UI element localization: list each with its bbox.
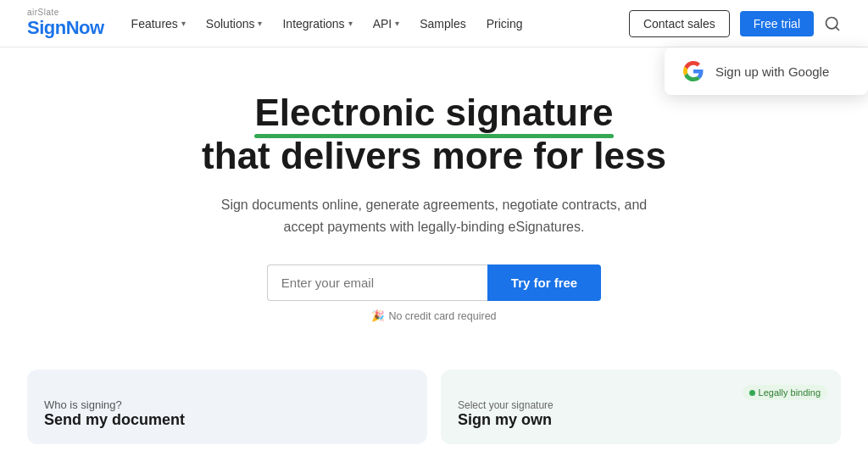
nav-api[interactable]: API ▾ xyxy=(373,17,400,31)
chevron-down-icon: ▾ xyxy=(258,19,262,28)
hero-title-line1: Electronic signature xyxy=(254,92,613,135)
nav-integrations[interactable]: Integrations ▾ xyxy=(282,17,352,31)
chevron-down-icon: ▾ xyxy=(348,19,353,28)
select-signature-label: Select your signature xyxy=(458,399,824,411)
legally-binding-badge: Legally binding xyxy=(743,385,827,400)
hero-subtitle: Sign documents online, generate agreemen… xyxy=(214,194,654,237)
nav-solutions[interactable]: Solutions ▾ xyxy=(206,17,263,31)
nav-right: Contact sales Free trial Sign up with Go… xyxy=(629,10,841,37)
chevron-down-icon: ▾ xyxy=(395,19,399,28)
google-logo xyxy=(682,59,705,83)
try-for-free-button[interactable]: Try for free xyxy=(487,264,601,301)
send-document-title: Send my document xyxy=(44,411,410,429)
logo-signow: SignNow xyxy=(27,17,104,39)
google-signin-popup[interactable]: Sign up with Google xyxy=(665,47,868,95)
party-icon: 🎉 xyxy=(371,310,385,322)
nav-links: Features ▾ Solutions ▾ Integrations ▾ AP… xyxy=(131,17,523,31)
who-signing-label: Who is signing? xyxy=(44,398,410,411)
sign-own-title: Sign my own xyxy=(458,411,824,429)
logo[interactable]: airSlate SignNow xyxy=(27,8,104,39)
sign-own-card[interactable]: Legally binding Select your signature Si… xyxy=(441,370,841,444)
free-trial-button[interactable]: Free trial xyxy=(740,11,814,36)
nav-samples[interactable]: Samples xyxy=(420,17,465,31)
bottom-cards: Who is signing? Send my document Legally… xyxy=(0,370,868,444)
google-signin-label: Sign up with Google xyxy=(715,64,829,79)
nav-pricing[interactable]: Pricing xyxy=(487,17,523,31)
contact-sales-button[interactable]: Contact sales xyxy=(629,10,730,37)
nav-features[interactable]: Features ▾ xyxy=(131,17,186,31)
nav-left: airSlate SignNow Features ▾ Solutions ▾ … xyxy=(27,8,522,39)
hero-title: Electronic signature that delivers more … xyxy=(202,92,666,177)
hero-cta: Try for free xyxy=(267,264,601,301)
green-dot-icon xyxy=(749,390,755,396)
svg-line-1 xyxy=(836,26,839,30)
search-icon[interactable] xyxy=(824,15,841,32)
hero-title-line2: that delivers more for less xyxy=(202,135,666,176)
email-input[interactable] xyxy=(267,264,487,301)
navbar: airSlate SignNow Features ▾ Solutions ▾ … xyxy=(0,0,868,47)
logo-airslate: airSlate xyxy=(27,8,104,17)
chevron-down-icon: ▾ xyxy=(181,19,186,28)
no-credit-text: 🎉No credit card required xyxy=(371,309,496,322)
send-document-card[interactable]: Who is signing? Send my document xyxy=(27,370,427,444)
